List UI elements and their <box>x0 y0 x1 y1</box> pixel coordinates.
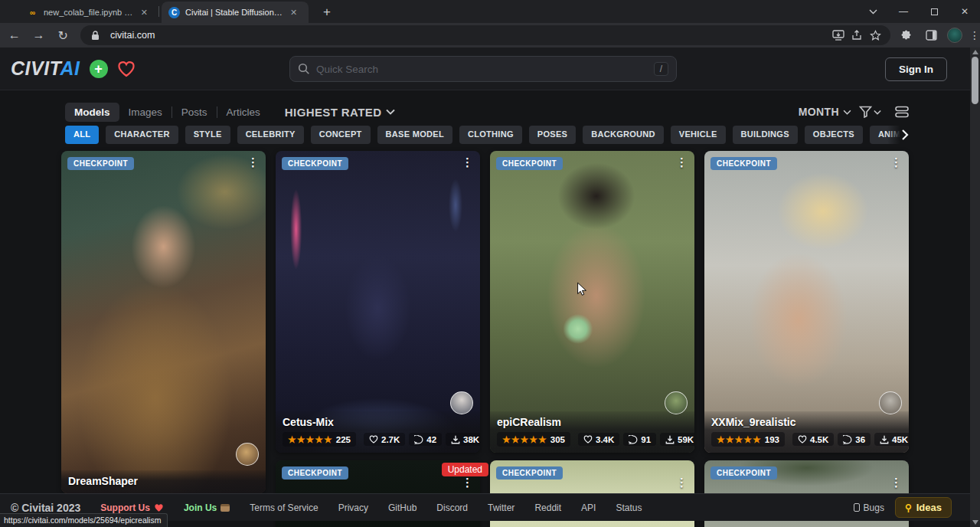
install-icon[interactable] <box>829 26 848 44</box>
period-dropdown[interactable]: MONTH <box>799 106 851 118</box>
maximize-button[interactable] <box>919 0 949 23</box>
favorites-heart-icon[interactable] <box>117 61 136 77</box>
footer-link-join-us[interactable]: Join Us <box>184 502 230 513</box>
profile-avatar[interactable] <box>947 28 962 43</box>
tab-divider <box>158 6 159 17</box>
layout-toggle[interactable] <box>895 106 909 118</box>
forward-icon[interactable]: → <box>29 25 49 45</box>
likes-count: 3.4K <box>596 435 614 444</box>
bugs-label: Bugs <box>864 502 884 513</box>
category-chip[interactable]: CHARACTER <box>106 126 178 144</box>
url-text[interactable]: civitai.com <box>110 30 829 41</box>
card-menu-icon[interactable]: ⋮ <box>462 155 473 169</box>
card-menu-icon[interactable]: ⋮ <box>247 155 259 169</box>
filter-dropdown[interactable] <box>859 106 881 118</box>
lock-icon[interactable] <box>87 26 105 44</box>
card-menu-icon[interactable]: ⋮ <box>890 476 902 489</box>
sort-dropdown[interactable]: HIGHEST RATED <box>285 106 396 119</box>
updated-badge: Updated <box>442 463 488 476</box>
close-window-button[interactable]: ✕ <box>949 0 980 23</box>
sign-in-button[interactable]: Sign In <box>885 57 947 81</box>
footer-link-api[interactable]: API <box>581 502 596 513</box>
page-content: CIVITAI + / Sign In Models Images Posts … <box>0 47 970 527</box>
close-tab-icon[interactable]: ✕ <box>139 8 149 18</box>
back-icon[interactable]: ← <box>5 25 24 45</box>
bugs-button[interactable]: Bugs <box>854 502 884 513</box>
category-chip-all[interactable]: ALL <box>65 126 99 144</box>
tab-colab[interactable]: ∞ new_colab_file.ipynb - Colaborat ✕ <box>20 2 156 23</box>
tab-posts[interactable]: Posts <box>172 103 217 122</box>
categories-scroll-right[interactable] <box>887 126 909 144</box>
model-preview-image: DreamShaper <box>61 151 266 493</box>
reload-icon[interactable]: ↻ <box>53 25 73 45</box>
mouse-cursor <box>577 282 588 297</box>
search-input[interactable] <box>316 64 654 75</box>
downloads-count: 38K <box>463 435 479 444</box>
creator-avatar[interactable] <box>236 443 259 466</box>
new-tab-button[interactable]: + <box>318 4 335 21</box>
scroll-down-icon[interactable] <box>972 520 978 525</box>
category-chip[interactable]: CONCEPT <box>311 126 371 144</box>
tab-articles[interactable]: Articles <box>217 103 270 122</box>
search-icon <box>298 63 310 75</box>
comments-count: 91 <box>641 435 651 444</box>
bookmark-star-icon[interactable] <box>866 26 884 44</box>
tab-civitai[interactable]: C Civitai | Stable Diffusion models, ✕ <box>162 2 309 23</box>
star-icons: ★★★★★ <box>502 434 547 445</box>
tab-search-icon[interactable] <box>858 0 888 23</box>
category-chip[interactable]: STYLE <box>185 126 230 144</box>
address-bar[interactable]: civitai.com <box>80 25 890 45</box>
footer-link-terms[interactable]: Terms of Service <box>250 502 318 513</box>
footer-link-github[interactable]: GitHub <box>388 502 416 513</box>
footer-link-twitter[interactable]: Twitter <box>488 502 514 513</box>
category-chip[interactable]: CELEBRITY <box>237 126 304 144</box>
category-chip[interactable]: CLOTHING <box>459 126 522 144</box>
footer-link-support-us[interactable]: Support Us <box>100 502 164 513</box>
creator-avatar[interactable] <box>450 391 473 414</box>
creator-avatar[interactable] <box>665 391 688 414</box>
close-tab-icon[interactable]: ✕ <box>289 8 299 18</box>
category-chip[interactable]: BACKGROUND <box>583 126 664 144</box>
card-menu-icon[interactable]: ⋮ <box>890 155 902 169</box>
extensions-icon[interactable] <box>897 26 915 44</box>
page-scrollbar[interactable] <box>970 47 980 527</box>
side-panel-icon[interactable] <box>922 26 940 44</box>
model-card-dreamshaper[interactable]: DreamShaper CHECKPOINT ⋮ <box>61 151 266 493</box>
card-menu-icon[interactable]: ⋮ <box>676 155 688 169</box>
download-icon <box>451 435 460 444</box>
scrollbar-thumb[interactable] <box>972 57 978 104</box>
rows-layout-icon <box>895 106 909 118</box>
create-button[interactable]: + <box>90 60 108 78</box>
card-menu-icon[interactable]: ⋮ <box>462 476 473 489</box>
category-chip[interactable]: BASE MODEL <box>377 126 452 144</box>
join-us-label: Join Us <box>184 502 217 513</box>
category-chip[interactable]: POSES <box>529 126 576 144</box>
scroll-up-icon[interactable] <box>972 50 978 54</box>
category-chip[interactable]: OBJECTS <box>805 126 863 144</box>
likes-count: 4.5K <box>810 435 828 444</box>
footer-link-discord[interactable]: Discord <box>436 502 468 513</box>
model-card-xxmix[interactable]: XXMix_9realistic ★★★★★193 4.5K 36 45K CH… <box>704 151 909 453</box>
creator-avatar[interactable] <box>879 391 902 414</box>
tab-models[interactable]: Models <box>65 103 119 122</box>
category-chip[interactable]: BUILDINGS <box>733 126 798 144</box>
minimize-button[interactable]: — <box>888 0 919 23</box>
quick-search[interactable]: / <box>289 56 677 82</box>
heart-icon <box>798 435 807 444</box>
browser-window: ∞ new_colab_file.ipynb - Colaborat ✕ C C… <box>0 0 980 527</box>
share-icon[interactable] <box>848 26 866 44</box>
category-chip[interactable]: VEHICLE <box>671 126 726 144</box>
browser-menu-icon[interactable]: ⋮ <box>969 29 980 41</box>
likes-pill: 2.7K <box>364 433 405 446</box>
footer-link-status[interactable]: Status <box>616 502 642 513</box>
footer-link-privacy[interactable]: Privacy <box>338 502 368 513</box>
civitai-logo[interactable]: CIVITAI <box>11 57 80 80</box>
browser-toolbar: ← → ↻ civitai.com ⋮ <box>0 23 980 47</box>
model-card-epicrealism[interactable]: epiCRealism ★★★★★305 3.4K 91 59K CHECKPO… <box>490 151 694 453</box>
card-menu-icon[interactable]: ⋮ <box>676 476 688 489</box>
model-type-badge: CHECKPOINT <box>496 466 563 480</box>
ideas-button[interactable]: ⚲Ideas <box>895 497 952 518</box>
model-card-cetus-mix[interactable]: Cetus-Mix ★★★★★225 2.7K 42 38K CHECKPOIN… <box>276 151 480 453</box>
footer-link-reddit[interactable]: Reddit <box>534 502 561 513</box>
tab-images[interactable]: Images <box>119 103 172 122</box>
